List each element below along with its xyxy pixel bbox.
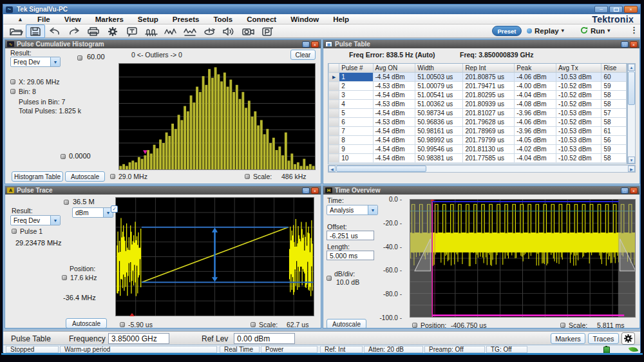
eject-icon[interactable]: ▲	[17, 16, 23, 23]
x-readout[interactable]: X: 29.06 MHz	[19, 78, 60, 86]
time-overview-plot[interactable]	[410, 199, 636, 318]
menu-item-view[interactable]: View	[64, 15, 81, 23]
row-selector-cell[interactable]	[329, 145, 339, 154]
replay-button[interactable]: Replay ▾	[527, 26, 564, 35]
column-header-avg-on[interactable]: Avg ON	[373, 64, 415, 73]
text-tag-icon[interactable]	[122, 24, 142, 38]
row-selector-cell[interactable]	[329, 136, 339, 145]
row-selector-cell[interactable]	[329, 91, 339, 100]
autoscale-button[interactable]: Autoscale	[327, 319, 366, 329]
panel-close-icon[interactable]: ×	[630, 41, 638, 48]
speaker-icon[interactable]	[219, 24, 238, 38]
close-button[interactable]: ×	[624, 6, 638, 13]
open-icon[interactable]	[6, 24, 26, 38]
traces-button[interactable]: Traces	[588, 333, 619, 344]
markers-button[interactable]: Markers	[551, 333, 585, 344]
position-readout[interactable]: 17.6 kHz	[70, 274, 97, 281]
save-icon[interactable]	[26, 24, 45, 38]
run-button[interactable]: Run ▾	[580, 26, 610, 35]
y-min-readout[interactable]: 0.0000	[69, 152, 91, 160]
more-options-icon[interactable]: ⋮	[630, 25, 638, 35]
table-row[interactable]: 9-4.54 dBm50.99546 us201.81130 us-4.02 d…	[329, 145, 627, 154]
adjust-knob-icon[interactable]	[412, 323, 417, 328]
camera-icon[interactable]	[238, 24, 258, 38]
table-row[interactable]: ▶1-4.54 dBm51.00503 us201.80875 us-4.06 …	[329, 73, 627, 82]
time-overview-panel-header[interactable]: H Time Overview □ ×	[323, 186, 639, 195]
chevron-down-icon[interactable]: ▾	[607, 28, 610, 33]
table-row[interactable]: 4-4.53 dBm51.00362 us201.80939 us-4.08 d…	[329, 100, 627, 109]
pulse-table-panel-header[interactable]: ▦ Pulse Table □ ×	[323, 40, 639, 48]
adjust-knob-icon[interactable]	[62, 275, 67, 280]
autoscale-button[interactable]: Autoscale	[66, 318, 107, 329]
panel-restore-icon[interactable]: □	[302, 41, 310, 48]
length-input[interactable]	[327, 251, 374, 260]
column-header-rise[interactable]: Rise	[601, 64, 627, 73]
row-selector-cell[interactable]	[329, 154, 339, 163]
panel-restore-icon[interactable]: □	[621, 41, 629, 48]
preset-p-icon[interactable]	[258, 24, 277, 38]
spin-icon[interactable]	[200, 24, 219, 38]
row-selector-cell[interactable]	[329, 109, 339, 118]
adjust-knob-icon[interactable]	[110, 174, 115, 179]
panel-close-icon[interactable]: ×	[311, 41, 319, 48]
column-header-avg-tx[interactable]: Avg Tx	[556, 64, 601, 73]
table-row[interactable]: 6-4.53 dBm50.96836 us201.79628 us-4.06 d…	[329, 118, 627, 127]
menu-item-connect[interactable]: Connect	[247, 15, 276, 23]
chevron-down-icon[interactable]: ▼	[50, 57, 60, 66]
adjust-knob-icon[interactable]	[77, 55, 82, 61]
histogram-panel-header[interactable]: ∿ Pulse Cumulative Histogram □ ×	[5, 40, 321, 48]
table-row[interactable]: 2-4.53 dBm51.00079 us201.79471 us-4.00 d…	[329, 82, 627, 91]
table-row[interactable]: 10-4.54 dBm50.98381 us201.77585 us-4.04 …	[329, 154, 627, 163]
position-readout[interactable]: -406.750 us	[451, 321, 486, 329]
column-header-width[interactable]: Width	[415, 64, 463, 73]
adjust-knob-icon[interactable]	[120, 322, 125, 327]
y-top-readout[interactable]: 36.5 M	[73, 198, 95, 205]
pulse-histogram-icon[interactable]	[142, 24, 161, 38]
pulse-trace-plot[interactable]	[115, 197, 314, 316]
adjust-knob-icon[interactable]	[245, 174, 250, 179]
dbdiv-readout[interactable]: 10.0 dB	[336, 278, 359, 286]
table-row[interactable]: 3-4.54 dBm51.00541 us201.80295 us-4.04 d…	[329, 91, 627, 100]
redo-icon[interactable]	[64, 24, 84, 38]
panel-restore-icon[interactable]: □	[302, 187, 310, 194]
unit-dropdown[interactable]: dBm ▼	[72, 207, 113, 218]
x-start-readout[interactable]: -5.90 us	[128, 321, 153, 329]
scale-readout[interactable]: 5.811 ms	[597, 321, 624, 329]
table-row[interactable]: 8-4.54 dBm50.98992 us201.79799 us-4.05 d…	[329, 136, 627, 145]
menu-item-help[interactable]: Help	[333, 15, 349, 23]
adjust-knob-icon[interactable]	[61, 154, 66, 159]
undo-icon[interactable]	[45, 24, 64, 38]
adjust-knob-icon[interactable]	[12, 229, 17, 234]
result-dropdown[interactable]: Freq Dev ▼	[10, 215, 61, 225]
time-dropdown[interactable]: Analysis ▼	[327, 205, 378, 215]
y-max-readout[interactable]: 60.00	[87, 53, 105, 61]
column-header-peak[interactable]: Peak	[515, 64, 556, 73]
menu-item-window[interactable]: Window	[290, 15, 319, 23]
panel-restore-icon[interactable]: □	[621, 187, 629, 194]
chevron-down-icon[interactable]: ▾	[562, 28, 564, 33]
horizontal-scroll-thumb[interactable]	[336, 166, 426, 172]
pulse-table-grid[interactable]: Pulse #Avg ONWidthRep IntPeakAvg TxRise▶…	[328, 63, 627, 164]
trace-icon[interactable]	[180, 24, 200, 38]
menu-item-markers[interactable]: Markers	[95, 15, 124, 23]
vertical-scroll-thumb[interactable]	[628, 71, 635, 105]
adjust-knob-icon[interactable]	[560, 323, 565, 328]
histogram-table-button[interactable]: Histogram Table	[12, 171, 63, 182]
waveform-icon[interactable]	[161, 24, 180, 38]
offset-input[interactable]	[327, 231, 374, 240]
scroll-left-icon[interactable]: ◀	[328, 166, 336, 172]
menu-item-presets[interactable]: Presets	[173, 15, 200, 23]
pulse-number-readout[interactable]: Pulse 1	[20, 227, 43, 235]
settings-icon[interactable]	[103, 24, 122, 38]
row-selector-cell[interactable]	[329, 82, 339, 91]
maximize-button[interactable]	[609, 6, 623, 13]
scroll-right-icon[interactable]: ▶	[628, 166, 635, 172]
adjust-knob-icon[interactable]	[64, 200, 69, 205]
preset-button[interactable]: Preset	[492, 26, 522, 36]
autoscale-button[interactable]: Autoscale	[65, 171, 105, 182]
pulse-trace-panel-header[interactable]: A Pulse Trace □ ×	[5, 186, 321, 195]
scroll-up-icon[interactable]: ▲	[628, 64, 635, 71]
adjust-knob-icon[interactable]	[251, 322, 256, 327]
adjust-knob-icon[interactable]	[10, 89, 15, 94]
chevron-down-icon[interactable]: ▼	[50, 216, 60, 225]
